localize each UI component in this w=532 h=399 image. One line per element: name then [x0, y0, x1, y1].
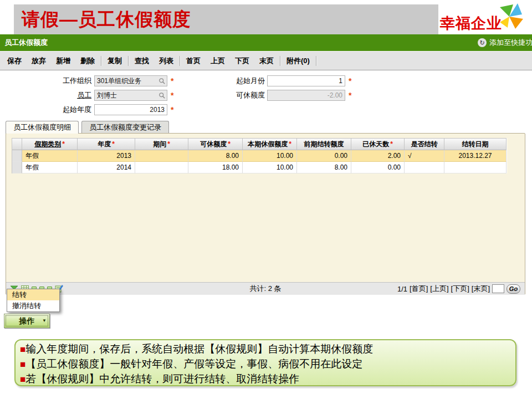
toolbar-separator	[316, 56, 316, 66]
required-mark: *	[349, 75, 351, 86]
cell-carry-date[interactable]: 2013.12.27	[444, 150, 507, 162]
function-title: 员工休假额度	[4, 34, 48, 51]
col-header-period[interactable]: 期间*	[135, 138, 188, 150]
tab-quota-detail[interactable]: 员工休假额度明细	[6, 121, 79, 134]
magnifier-icon[interactable]	[158, 92, 166, 99]
cell-is-carried[interactable]	[405, 162, 444, 173]
cell-period[interactable]	[135, 162, 188, 173]
required-mark: *	[171, 75, 173, 86]
cell-carryover[interactable]: 8.00	[297, 162, 351, 173]
note-line: ■【员工休假额度】一般针对年假、产假等设定，事假、病假不用在此设定	[20, 357, 511, 372]
cell-period[interactable]	[135, 150, 188, 162]
cell-year[interactable]: 2013	[78, 150, 135, 162]
pager-last[interactable]: [末页]	[472, 284, 490, 294]
tab-quota-change-log[interactable]: 员工休假额度变更记录	[81, 121, 169, 133]
note-line: ■若【休假规则】中允许结转，则可进行结转、取消结转操作	[20, 372, 511, 387]
org-field[interactable]: 301单组织业务	[94, 75, 167, 86]
grid-panel: 假期类别* 年度* 期间* 可休额度* 本期休假额度* 前期结转额度 已休天数*…	[6, 133, 525, 295]
find-button[interactable]: 查找	[130, 52, 154, 70]
row-selector[interactable]	[12, 162, 22, 173]
toolbar-separator	[101, 56, 101, 66]
start-year-input[interactable]: 2013	[94, 104, 167, 115]
action-button[interactable]: 操作 ▼	[4, 314, 50, 328]
page-indicator: 1/1	[397, 285, 407, 293]
pager-first[interactable]: [首页]	[410, 284, 428, 294]
action-context-menu: 结转 撤消结转	[7, 289, 60, 312]
note-line: ■输入年度期间，保存后，系统自动根据【休假规则】自动计算本期休假额度	[20, 342, 511, 357]
col-header-days-taken[interactable]: 已休天数*	[351, 138, 405, 150]
quota-label: 可休额度	[188, 90, 265, 101]
copy-button[interactable]: 复制	[103, 52, 127, 70]
cell-available[interactable]: 18.00	[188, 162, 243, 173]
pager-next[interactable]: [下页]	[451, 284, 469, 294]
cell-available[interactable]: 8.00	[188, 150, 243, 162]
cell-carry-date[interactable]	[444, 162, 507, 173]
cell-carryover[interactable]: 0.00	[297, 150, 351, 162]
table-row[interactable]: 年假 2013 8.00 10.00 0.00 2.00 √ 2013.12.2…	[12, 150, 507, 162]
col-header-is-carried[interactable]: 是否结转	[405, 138, 444, 150]
last-page-button[interactable]: 末页	[254, 52, 279, 70]
row-selector-header	[12, 138, 22, 150]
attachment-button[interactable]: 附件(0)	[282, 52, 315, 70]
menu-item-carryover[interactable]: 结转	[7, 289, 59, 300]
grid-header-row: 假期类别* 年度* 期间* 可休额度* 本期休假额度* 前期结转额度 已休天数*…	[12, 138, 507, 150]
save-button[interactable]: 保存	[2, 52, 27, 70]
pager-prev[interactable]: [上页]	[430, 284, 448, 294]
col-header-carryover-date[interactable]: 结转日期	[444, 138, 507, 150]
page-title: 请假—员工休假额度	[14, 4, 438, 34]
brand-logo: 幸福企业	[437, 1, 525, 34]
delete-button[interactable]: 删除	[75, 52, 100, 70]
menu-item-cancel-carryover[interactable]: 撤消结转	[7, 300, 59, 311]
app-window: 请假—员工休假额度 幸福企业 员工休假额度 ↻ 添加至快捷功能 保存 放弃 新增…	[0, 0, 532, 399]
quota-grid: 假期类别* 年度* 期间* 可休额度* 本期休假额度* 前期结转额度 已休天数*…	[12, 138, 507, 173]
discard-button[interactable]: 放弃	[27, 52, 51, 70]
list-button[interactable]: 列表	[154, 52, 178, 70]
first-page-button[interactable]: 首页	[181, 52, 206, 70]
required-mark: *	[171, 90, 173, 101]
cell-days-taken[interactable]: 2.00	[351, 150, 405, 162]
col-header-current-quota[interactable]: 本期休假额度*	[243, 138, 297, 150]
toolbar-separator	[280, 56, 280, 66]
magnifier-icon[interactable]	[158, 78, 166, 85]
chevron-down-icon: ▼	[42, 314, 47, 328]
function-title-bar: 员工休假额度 ↻ 添加至快捷功能	[0, 34, 532, 51]
start-year-label: 起始年度	[11, 104, 91, 115]
slide-title-banner: 请假—员工休假额度	[14, 4, 438, 34]
cell-current[interactable]: 10.00	[243, 162, 297, 173]
next-page-button[interactable]: 下页	[230, 52, 254, 70]
quota-field[interactable]: -2.00	[267, 90, 345, 101]
org-label: 工作组织	[11, 75, 91, 86]
start-month-input[interactable]: 1	[267, 75, 345, 86]
cell-leave-type[interactable]: 年假	[22, 150, 78, 162]
required-mark: *	[171, 104, 173, 115]
cell-year[interactable]: 2014	[78, 162, 135, 173]
toolbar-separator	[128, 56, 129, 66]
cell-days-taken[interactable]: 0.00	[351, 162, 405, 173]
toolbar: 保存 放弃 新增 删除 复制 查找 列表 首页 上页 下页 末页 附件(0)	[0, 51, 532, 70]
start-month-label: 起始月份	[188, 75, 265, 86]
cell-leave-type[interactable]: 年假	[22, 162, 78, 173]
grid-footer: 共计: 2 条 1/1 [首页] [上页] [下页] [末页] Go	[6, 282, 525, 295]
go-button[interactable]: Go	[507, 284, 520, 294]
notes-box: ■输入年度期间，保存后，系统自动根据【休假规则】自动计算本期休假额度 ■【员工休…	[14, 339, 516, 386]
cell-is-carried[interactable]: √	[405, 150, 444, 162]
prev-page-button[interactable]: 上页	[206, 52, 230, 70]
cell-current[interactable]: 10.00	[243, 150, 297, 162]
add-to-shortcut[interactable]: ↻ 添加至快捷功能	[478, 34, 532, 51]
col-header-available-quota[interactable]: 可休额度*	[188, 138, 243, 150]
page-number-input[interactable]	[492, 284, 504, 293]
bullet-icon: ■	[20, 344, 25, 355]
add-button[interactable]: 新增	[51, 52, 75, 70]
row-selector[interactable]	[12, 150, 22, 162]
col-header-year[interactable]: 年度*	[78, 138, 135, 150]
bullet-icon: ■	[20, 359, 25, 370]
pager: 1/1 [首页] [上页] [下页] [末页] Go	[397, 283, 520, 295]
table-row[interactable]: 年假 2014 18.00 10.00 8.00 0.00	[12, 162, 507, 173]
add-to-shortcut-label: 添加至快捷功能	[489, 38, 532, 48]
col-header-leave-type[interactable]: 假期类别*	[22, 138, 78, 150]
bullet-icon: ■	[20, 374, 25, 385]
col-header-carryover-quota[interactable]: 前期结转额度	[297, 138, 351, 150]
shortcut-refresh-icon: ↻	[478, 38, 487, 47]
employee-field[interactable]: 刘博士	[94, 90, 167, 101]
employee-label[interactable]: 员工	[11, 90, 91, 101]
